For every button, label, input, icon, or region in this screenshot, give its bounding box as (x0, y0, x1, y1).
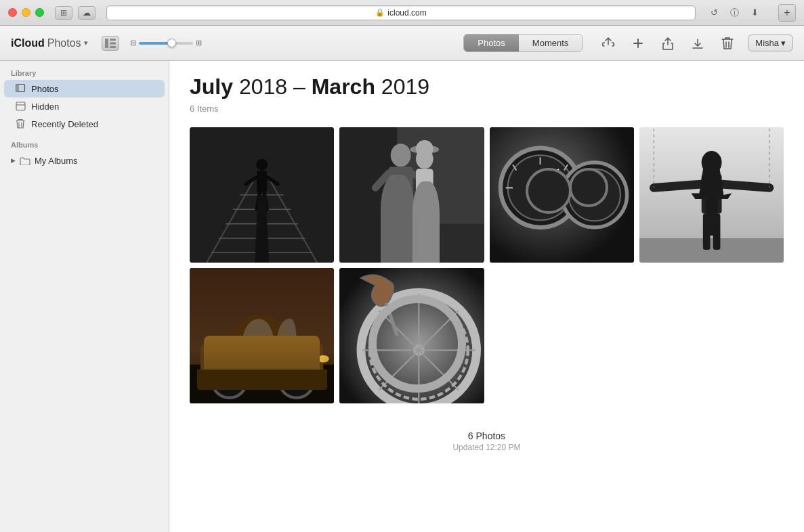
toolbar-actions (599, 34, 737, 53)
svg-point-70 (279, 363, 314, 398)
svg-rect-2 (110, 42, 116, 44)
photo-cell-3[interactable] (490, 127, 634, 263)
svg-rect-0 (105, 39, 108, 48)
svg-rect-57 (701, 174, 721, 214)
svg-point-72 (318, 355, 329, 363)
svg-rect-29 (392, 210, 400, 250)
download-arrow-icon[interactable]: ⬇ (747, 5, 762, 20)
svg-line-46 (540, 170, 558, 188)
photo-image-1 (190, 127, 334, 263)
svg-rect-30 (404, 210, 413, 250)
footer-info: 6 Photos Updated 12:20 PM (190, 430, 784, 466)
svg-rect-1 (110, 39, 116, 41)
reload-icon[interactable]: ↺ (706, 5, 721, 20)
title-bar: ⊞ ☁ 🔒 icloud.com ↺ ⓘ ⬇ + (0, 0, 804, 26)
footer-photos-count: 6 Photos (190, 430, 784, 441)
items-count: 6 Items (190, 104, 784, 114)
sidebar-item-recently-deleted[interactable]: Recently Deleted (4, 115, 165, 133)
cloud-btn[interactable]: ☁ (78, 6, 96, 20)
zoom-thumb[interactable] (167, 39, 176, 47)
zoom-small-icon: ⊟ (130, 39, 136, 47)
maximize-button[interactable] (35, 8, 44, 17)
photos-segment[interactable]: Photos (464, 35, 518, 51)
main-content: Library Photos Hidden (0, 61, 804, 532)
albums-section: Albums ▶ My Albums (0, 141, 169, 169)
svg-point-40 (507, 155, 572, 220)
photo-cell-6[interactable] (339, 268, 484, 403)
photo-image-5 (190, 268, 334, 403)
photos-sidebar-icon (15, 83, 26, 94)
my-albums-expand-icon: ▶ (11, 157, 16, 164)
sidebar-item-my-albums[interactable]: ▶ My Albums (0, 152, 169, 169)
view-segments[interactable]: Photos Moments (463, 34, 583, 52)
photo-cell-1[interactable] (190, 127, 334, 263)
photo-image-3 (490, 127, 634, 263)
minimize-button[interactable] (22, 8, 30, 17)
svg-point-52 (592, 193, 596, 197)
zoom-control[interactable]: ⊟ ⊞ (130, 39, 202, 47)
photo-heading: July 2018 – March 2019 (190, 74, 784, 99)
end-month: March (312, 74, 375, 99)
svg-rect-8 (190, 127, 334, 263)
trash-icon[interactable] (718, 34, 737, 53)
svg-rect-66 (190, 365, 334, 403)
photo-cell-2[interactable] (339, 127, 484, 263)
upload-icon[interactable] (599, 34, 618, 53)
svg-rect-60 (703, 214, 711, 250)
svg-point-68 (212, 363, 247, 398)
svg-point-69 (221, 372, 238, 389)
url-bar-actions: ↺ ⓘ ⬇ (706, 5, 762, 20)
sidebar-toggle-button[interactable] (102, 36, 119, 51)
app-toolbar: iCloud Photos ▾ ⊟ ⊞ Photos Moments (0, 26, 804, 61)
svg-rect-34 (427, 217, 433, 252)
start-year: 2018 (239, 74, 287, 99)
photo-cell-4[interactable] (639, 127, 784, 263)
photo-image-2 (339, 127, 484, 263)
svg-rect-24 (339, 127, 397, 263)
svg-point-71 (288, 372, 305, 389)
sidebar-item-recently-deleted-label: Recently Deleted (31, 119, 98, 129)
info-icon[interactable]: ⓘ (727, 5, 742, 20)
start-month: July (190, 74, 233, 99)
sidebar-item-photos[interactable]: Photos (4, 80, 165, 97)
svg-rect-61 (713, 214, 721, 250)
url-text: icloud.com (387, 8, 426, 18)
user-button[interactable]: Misha ▾ (748, 35, 793, 51)
photo-image-6 (339, 268, 484, 403)
url-bar[interactable]: 🔒 icloud.com (106, 5, 696, 20)
photo-cell-5[interactable] (190, 268, 334, 403)
svg-rect-55 (639, 238, 784, 263)
svg-rect-67 (200, 343, 323, 379)
sidebar-item-photos-label: Photos (31, 84, 58, 94)
sidebar-item-hidden[interactable]: Hidden (4, 97, 165, 115)
svg-point-36 (416, 140, 433, 158)
sidebar: Library Photos Hidden (0, 61, 169, 532)
app-title-chevron[interactable]: ▾ (84, 39, 88, 47)
svg-point-75 (361, 292, 477, 403)
new-tab-button[interactable]: + (778, 4, 796, 22)
albums-label: Albums (0, 141, 169, 152)
svg-line-58 (654, 184, 701, 187)
photo-grid (190, 127, 784, 403)
share-icon[interactable] (658, 34, 677, 53)
close-button[interactable] (8, 8, 17, 17)
my-albums-label: My Albums (35, 156, 78, 166)
svg-rect-26 (389, 167, 413, 210)
nav-controls: ⊞ ☁ (55, 6, 96, 20)
svg-rect-33 (419, 217, 425, 252)
svg-rect-5 (16, 85, 19, 92)
svg-point-25 (391, 143, 411, 167)
photo-area: July 2018 – March 2019 6 Items (169, 61, 804, 532)
svg-line-59 (721, 184, 769, 187)
download-icon[interactable] (688, 34, 707, 53)
footer-updated: Updated 12:20 PM (190, 443, 784, 452)
hidden-icon (15, 101, 26, 112)
date-range-heading: July 2018 – March 2019 (190, 74, 784, 99)
svg-rect-3 (110, 46, 116, 48)
photo-image-4 (639, 127, 784, 263)
moments-segment[interactable]: Moments (519, 35, 582, 51)
add-icon[interactable] (629, 34, 648, 53)
zoom-slider[interactable] (139, 42, 193, 45)
sidebar-toggle-btn[interactable]: ⊞ (55, 6, 72, 20)
svg-line-51 (594, 182, 606, 195)
